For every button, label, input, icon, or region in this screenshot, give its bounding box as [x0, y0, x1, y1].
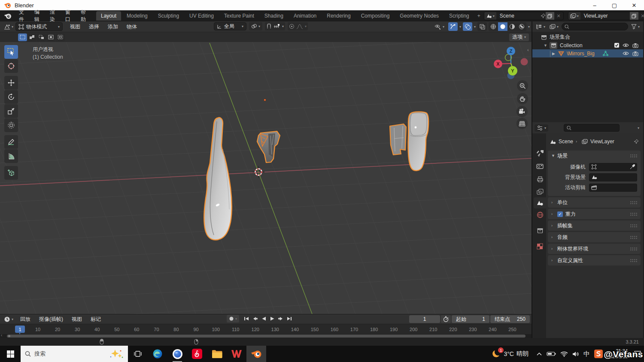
tab-scene[interactable]: [534, 197, 546, 208]
disclosure-triangle-icon[interactable]: ▼: [544, 43, 547, 48]
shading-dropdown[interactable]: ▾: [528, 25, 530, 29]
panel-audio[interactable]: › 音频: [548, 232, 641, 242]
outliner-display-mode-button[interactable]: ▾: [535, 23, 547, 30]
outliner-row-collection[interactable]: ▼ Collection: [532, 41, 643, 49]
gizmo-axis-z[interactable]: Z: [507, 47, 515, 55]
panel-grip-icon[interactable]: [630, 247, 637, 251]
panel-grip-icon[interactable]: [630, 154, 637, 158]
unlink-scene-button[interactable]: ✕: [554, 13, 563, 19]
select-set-button[interactable]: [18, 33, 27, 41]
play-reverse-button[interactable]: [260, 315, 267, 323]
tool-scale[interactable]: [4, 104, 18, 118]
viewport-menu-item[interactable]: 物体: [123, 22, 141, 32]
falloff-curve-icon[interactable]: [296, 24, 303, 29]
ime-indicator[interactable]: 中: [583, 350, 590, 358]
workspace-tab[interactable]: Sculpting: [153, 11, 184, 21]
timeline-menu-item[interactable]: 视图: [68, 314, 86, 324]
gizmo-axis-x[interactable]: X: [494, 60, 502, 68]
remove-viewlayer-button[interactable]: ✕: [638, 13, 644, 19]
properties-options-dropdown[interactable]: ▾: [638, 126, 639, 130]
object-mirror-middle[interactable]: [257, 131, 280, 163]
eyedropper-icon[interactable]: [630, 164, 635, 169]
orientation-dropdown[interactable]: 全局 ▾: [214, 22, 246, 30]
taskbar-search-box[interactable]: 搜索: [21, 346, 128, 362]
minimize-button[interactable]: –: [585, 0, 605, 10]
select-invert-button[interactable]: [46, 33, 55, 41]
battery-icon[interactable]: [547, 351, 556, 356]
checkbox-checked-icon[interactable]: [614, 42, 620, 48]
timeline-ruler[interactable]: 1020304050607080901001101201301401501601…: [0, 324, 532, 334]
timeline-menu-item[interactable]: 回放: [16, 314, 34, 324]
timeline-scrollbar[interactable]: [7, 335, 526, 338]
select-extend-button[interactable]: [27, 33, 36, 41]
outliner-row-object-mirrors-big[interactable]: │ ▶ \Mirrors_Big: [532, 49, 643, 57]
panel-grip-icon[interactable]: [630, 201, 637, 205]
new-scene-button[interactable]: [546, 12, 554, 20]
breadcrumb-viewlayer[interactable]: ViewLayer: [590, 139, 614, 145]
workspace-tab[interactable]: Modeling: [122, 11, 152, 21]
gravity-checkbox[interactable]: ✓: [557, 211, 563, 217]
xray-toggle[interactable]: [477, 22, 487, 31]
netease-music-icon[interactable]: [187, 346, 207, 362]
ortho-toggle-button[interactable]: [516, 118, 528, 129]
gizmo-dropdown[interactable]: ▾: [459, 25, 461, 29]
panel-grip-icon[interactable]: [630, 224, 637, 228]
background-scene-field[interactable]: [589, 173, 637, 181]
pin-icon[interactable]: [634, 139, 639, 144]
viewport-menu-item[interactable]: 视图: [66, 22, 84, 32]
tab-view-layer[interactable]: [534, 186, 546, 197]
viewport-3d[interactable]: 用户透视 (1) Collection: [0, 42, 532, 314]
workspace-tab[interactable]: Compositing: [356, 11, 395, 21]
options-button[interactable]: 选项 ▾: [509, 33, 529, 41]
workspace-tab[interactable]: Layout: [96, 11, 121, 21]
tool-rotate[interactable]: [4, 90, 18, 104]
viewport-menu-item[interactable]: 选择: [85, 22, 103, 32]
browser-app-icon[interactable]: [167, 346, 187, 362]
wps-office-icon[interactable]: [227, 346, 246, 362]
workspace-tab[interactable]: Geometry Nodes: [395, 11, 444, 21]
workspace-tab[interactable]: Shading: [260, 11, 288, 21]
frame-end-field[interactable]: 结束点 250: [490, 315, 530, 323]
pivot-point-dropdown[interactable]: ▾: [249, 22, 262, 30]
sidebar-collapse-arrow[interactable]: ‹: [527, 47, 529, 52]
outliner-viewlayer-button[interactable]: ▾: [548, 23, 560, 30]
navigation-gizmo[interactable]: Z X Y: [492, 45, 530, 83]
object-mirror-right[interactable]: [408, 112, 429, 171]
timeline-editor-type-button[interactable]: ▾: [2, 315, 15, 323]
blender-menu-icon[interactable]: [3, 12, 12, 20]
timeline-menu-item[interactable]: 标记: [87, 314, 105, 324]
panel-gravity[interactable]: › ✓ 重力: [548, 209, 641, 219]
workspace-tab[interactable]: Texture Paint: [219, 11, 259, 21]
tool-annotate[interactable]: [4, 135, 18, 149]
properties-editor-type-button[interactable]: ▾: [535, 124, 548, 132]
object-bracket-right[interactable]: [390, 124, 406, 155]
show-gizmo-toggle[interactable]: [448, 22, 458, 31]
workspace-tab[interactable]: UV Editing: [185, 11, 219, 21]
tab-tool[interactable]: [534, 148, 546, 159]
viewlayer-name[interactable]: ViewLayer: [580, 13, 630, 19]
frame-start-field[interactable]: 起始 1: [452, 315, 489, 323]
tab-texture[interactable]: [534, 241, 546, 252]
editor-type-button[interactable]: ▾: [2, 23, 15, 30]
tool-transform[interactable]: [4, 118, 18, 132]
auto-keying-button[interactable]: ▾: [227, 315, 239, 323]
disclosure-triangle-icon[interactable]: ▶: [552, 51, 556, 56]
show-overlays-toggle[interactable]: [463, 22, 472, 31]
new-viewlayer-button[interactable]: [630, 12, 638, 20]
outliner-search-input[interactable]: [562, 23, 628, 30]
weather-widget[interactable]: 1 3°C 晴朗: [491, 349, 529, 359]
camera-field[interactable]: [589, 163, 637, 171]
blender-taskbar-icon[interactable]: [246, 346, 266, 362]
camera-render-icon[interactable]: [632, 43, 638, 48]
shading-wireframe-button[interactable]: [489, 22, 498, 31]
outliner-filter-button[interactable]: ▾: [630, 23, 641, 30]
tab-world[interactable]: [534, 209, 546, 220]
outliner-row-scene-collection[interactable]: 场景集合: [532, 33, 643, 41]
task-view-button[interactable]: [128, 346, 148, 362]
use-preview-range-toggle[interactable]: [441, 315, 451, 323]
select-intersect-button[interactable]: [56, 33, 65, 41]
sogou-input-icon[interactable]: [594, 350, 603, 358]
shading-material-button[interactable]: [507, 22, 517, 31]
close-button[interactable]: ✕: [624, 0, 644, 10]
eye-visibility-icon[interactable]: [623, 43, 629, 48]
